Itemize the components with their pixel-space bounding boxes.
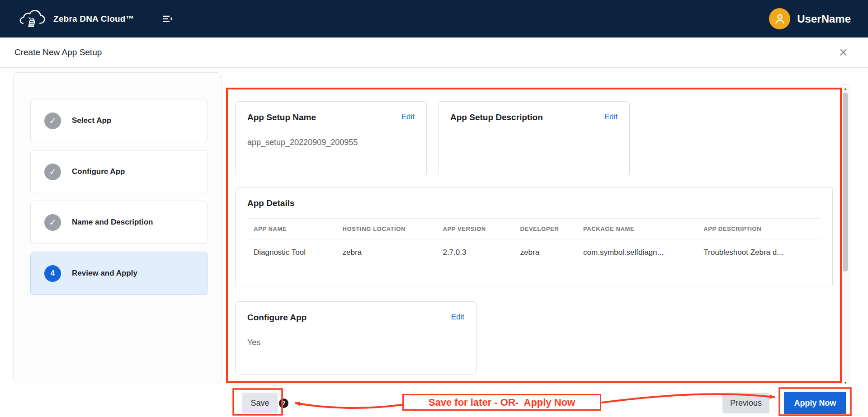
- brand-title: Zebra DNA Cloud™: [53, 14, 134, 24]
- app-root: Zebra DNA Cloud™ UserName Create New App…: [0, 0, 868, 417]
- cell-hosting-location: zebra: [336, 239, 437, 266]
- column-header: APP VERSION: [436, 219, 514, 239]
- apply-now-button[interactable]: Apply Now: [784, 392, 846, 414]
- previous-button[interactable]: Previous: [722, 393, 769, 413]
- table-header-row: APP NAME HOSTING LOCATION APP VERSION DE…: [247, 219, 821, 239]
- stepper-step-name-description[interactable]: ✓ Name and Description: [30, 201, 208, 244]
- stepper-step-review-apply[interactable]: 4 Review and Apply: [30, 252, 208, 295]
- app-details-table: APP NAME HOSTING LOCATION APP VERSION DE…: [247, 218, 821, 266]
- help-icon[interactable]: ?: [279, 398, 288, 408]
- card-title: App Details: [247, 198, 295, 208]
- page-title: Create New App Setup: [14, 47, 102, 57]
- column-header: APP DESCRIPTION: [697, 219, 821, 239]
- collapse-menu-icon[interactable]: [161, 13, 174, 25]
- app-setup-name-value: app_setup_20220909_200955: [247, 138, 415, 147]
- stepper-step-select-app[interactable]: ✓ Select App: [30, 99, 208, 142]
- app-details-card: App Details APP NAME HOSTING LOCATION AP…: [235, 187, 833, 287]
- cell-app-version: 2.7.0.3: [436, 239, 514, 266]
- cell-app-name: Diagnostic Tool: [247, 239, 336, 266]
- configure-app-value: Yes: [247, 338, 464, 347]
- step-done-icon: ✓: [44, 164, 61, 180]
- cell-package-name: com.symbol.selfdiagn...: [577, 239, 697, 266]
- card-title: App Setup Description: [450, 112, 543, 122]
- configure-app-card: Configure App Edit Yes: [235, 301, 476, 375]
- column-header: PACKAGE NAME: [577, 219, 697, 239]
- wizard-stepper-panel: ✓ Select App ✓ Configure App ✓ Name and …: [13, 72, 222, 383]
- cell-app-description: Troubleshoot Zebra d...: [697, 239, 821, 266]
- scrollbar-thumb[interactable]: [843, 93, 848, 272]
- step-label: Configure App: [72, 167, 125, 176]
- content-scrollbar[interactable]: ▲ ▼: [841, 84, 849, 387]
- user-avatar-icon[interactable]: [769, 8, 790, 29]
- page-titlebar: Create New App Setup ✕: [0, 37, 868, 68]
- card-title: App Setup Name: [247, 112, 316, 122]
- step-number-badge: 4: [44, 265, 61, 282]
- zebra-cloud-logo-icon: [17, 7, 46, 31]
- save-button[interactable]: Save: [242, 393, 278, 413]
- scroll-up-icon[interactable]: ▲: [842, 85, 849, 92]
- edit-name-link[interactable]: Edit: [401, 112, 415, 122]
- app-setup-description-card: App Setup Description Edit: [438, 101, 630, 176]
- step-label: Review and Apply: [72, 269, 137, 278]
- navbar-right: UserName: [769, 8, 851, 29]
- column-header: APP NAME: [247, 219, 336, 239]
- table-row: Diagnostic Tool zebra 2.7.0.3 zebra com.…: [247, 239, 821, 266]
- close-icon[interactable]: ✕: [839, 47, 848, 58]
- edit-description-link[interactable]: Edit: [604, 112, 618, 122]
- stepper-step-configure-app[interactable]: ✓ Configure App: [30, 150, 208, 193]
- column-header: DEVELOPER: [514, 219, 577, 239]
- step-done-icon: ✓: [44, 112, 61, 129]
- step-label: Select App: [72, 116, 111, 125]
- edit-configure-link[interactable]: Edit: [451, 313, 464, 322]
- step-done-icon: ✓: [44, 214, 61, 231]
- cell-developer: zebra: [514, 239, 577, 266]
- card-title: Configure App: [247, 313, 307, 323]
- wizard-footer: Save ? Previous Apply Now: [0, 384, 868, 417]
- app-setup-name-card: App Setup Name Edit app_setup_20220909_2…: [235, 101, 427, 176]
- step-label: Name and Description: [72, 218, 153, 227]
- column-header: HOSTING LOCATION: [336, 219, 437, 239]
- top-navbar: Zebra DNA Cloud™ UserName: [0, 0, 868, 37]
- username-label[interactable]: UserName: [797, 13, 851, 25]
